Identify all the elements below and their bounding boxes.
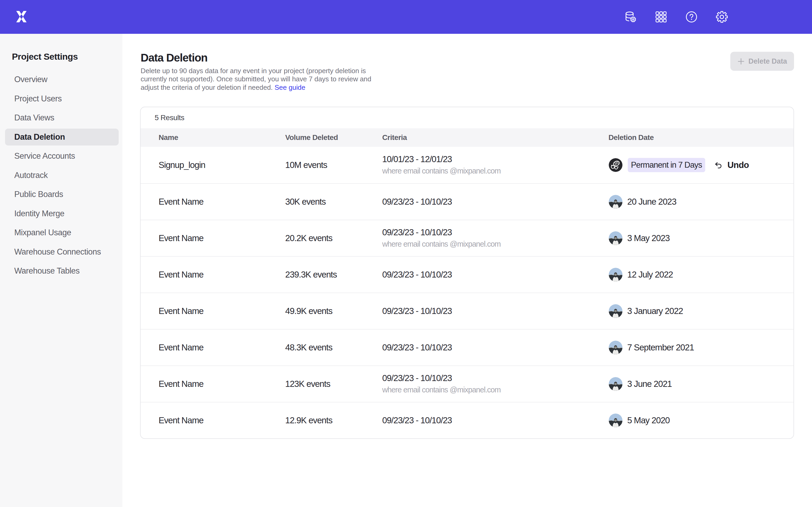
mixpanel-logo[interactable] [15, 11, 28, 23]
apps-grid-icon[interactable] [655, 11, 667, 23]
cell-event-name: Event Name [159, 257, 204, 293]
database-gear-icon[interactable] [624, 11, 637, 23]
criteria-filter: where email contains @mixpanel.com [382, 165, 501, 177]
user-avatar [609, 341, 622, 354]
user-avatar [609, 231, 622, 245]
criteria-date-range: 09/23/23 - 10/10/23 [382, 342, 452, 353]
deletion-date-text: 5 May 2020 [627, 415, 669, 426]
column-header-criteria: Criteria [382, 128, 407, 147]
user-avatar [609, 304, 622, 318]
cell-volume-deleted: 48.3K events [285, 330, 332, 365]
criteria-date-range: 09/23/23 - 10/10/23 [382, 372, 501, 384]
user-avatar [609, 195, 622, 209]
cell-volume-deleted: 12.9K events [285, 402, 332, 438]
undo-label: Undo [727, 160, 749, 170]
sidebar-title: Project Settings [12, 52, 78, 62]
cell-event-name: Event Name [159, 330, 204, 365]
results-count: 5 Results [155, 107, 184, 128]
cell-deletion-date: 5 May 2020 [609, 402, 669, 438]
table-row[interactable]: Signup_login 10M events 10/01/23 - 12/01… [141, 147, 794, 183]
cell-criteria: 09/23/23 - 10/10/23 [382, 257, 452, 293]
criteria-filter: where email contains @mixpanel.com [382, 238, 501, 250]
settings-icon[interactable] [716, 11, 728, 23]
cell-criteria: 09/23/23 - 10/10/23 [382, 184, 452, 220]
sidebar-item-mixpanel-usage[interactable]: Mixpanel Usage [5, 224, 119, 241]
table-row[interactable]: Event Name 239.3K events 09/23/23 - 10/1… [141, 256, 794, 293]
description-line: adjust the criteria of your deletion if … [141, 83, 274, 91]
cell-criteria: 09/23/23 - 10/10/23 where email contains… [382, 366, 501, 402]
cell-event-name: Event Name [159, 366, 204, 402]
table-row[interactable]: Event Name 123K events 09/23/23 - 10/10/… [141, 365, 794, 402]
cell-deletion-date: 20 June 2023 [609, 184, 676, 220]
criteria-date-range: 09/23/23 - 10/10/23 [382, 227, 501, 238]
page-title: Data Deletion [141, 52, 207, 64]
column-header-deletion-date: Deletion Date [608, 128, 654, 147]
sidebar-item-autotrack[interactable]: Autotrack [5, 167, 119, 184]
user-avatar [609, 377, 622, 391]
deletion-date-text: 7 September 2021 [627, 342, 694, 352]
cell-criteria: 09/23/23 - 10/10/23 [382, 402, 452, 438]
column-header-name: Name [159, 128, 178, 147]
table-body: Signup_login 10M events 10/01/23 - 12/01… [141, 147, 794, 438]
cell-criteria: 09/23/23 - 10/10/23 [382, 293, 452, 329]
criteria-date-range: 09/23/23 - 10/10/23 [382, 414, 452, 426]
deletion-date-text: 3 June 2021 [627, 379, 672, 389]
cell-volume-deleted: 239.3K events [285, 257, 337, 293]
cell-volume-deleted: 49.9K events [285, 293, 332, 329]
plus-icon [738, 58, 745, 65]
results-bar: 5 Results [141, 107, 794, 128]
permanent-badge: Permanent in 7 Days [628, 158, 705, 172]
table-row[interactable]: Event Name 49.9K events 09/23/23 - 10/10… [141, 293, 794, 329]
cell-event-name: Event Name [159, 402, 204, 438]
cell-deletion-date: 12 July 2022 [609, 257, 673, 293]
sidebar-item-public-boards[interactable]: Public Boards [5, 186, 119, 203]
delete-data-button[interactable]: Delete Data [730, 52, 794, 71]
sidebar-item-warehouse-connections[interactable]: Warehouse Connections [5, 243, 119, 260]
table-row[interactable]: Event Name 30K events 09/23/23 - 10/10/2… [141, 183, 794, 220]
criteria-date-range: 09/23/23 - 10/10/23 [382, 196, 452, 208]
cell-volume-deleted: 123K events [285, 366, 330, 402]
undo-button[interactable]: Undo [714, 147, 749, 183]
main-content: Data Deletion Delete up to 90 days data … [122, 34, 812, 507]
criteria-date-range: 09/23/23 - 10/10/23 [382, 305, 452, 317]
cell-criteria: 09/23/23 - 10/10/23 [382, 330, 452, 365]
cell-event-name: Event Name [159, 184, 204, 220]
cell-event-name: Event Name [159, 293, 204, 329]
cell-volume-deleted: 30K events [285, 184, 326, 220]
table-row[interactable]: Event Name 12.9K events 09/23/23 - 10/10… [141, 402, 794, 438]
cell-volume-deleted: 10M events [285, 147, 327, 183]
undo-icon [714, 161, 722, 169]
cell-criteria: 10/01/23 - 12/01/23 where email contains… [382, 147, 501, 183]
table-row[interactable]: Event Name 48.3K events 09/23/23 - 10/10… [141, 329, 794, 365]
cell-criteria: 09/23/23 - 10/10/23 where email contains… [382, 220, 501, 256]
description-line: currently not supported). Once submitted… [141, 75, 371, 83]
sidebar-item-project-users[interactable]: Project Users [5, 90, 119, 107]
sidebar-item-warehouse-tables[interactable]: Warehouse Tables [5, 263, 119, 279]
column-header-volume: Volume Deleted [285, 128, 338, 147]
cell-deletion-date: 3 May 2023 [609, 220, 669, 256]
criteria-date-range: 09/23/23 - 10/10/23 [382, 269, 452, 280]
cell-deletion-date: 3 January 2022 [609, 293, 683, 329]
criteria-date-range: 10/01/23 - 12/01/23 [382, 154, 501, 165]
sidebar-item-overview[interactable]: Overview [5, 71, 119, 88]
table-row[interactable]: Event Name 20.2K events 09/23/23 - 10/10… [141, 220, 794, 256]
deletion-date-text: 12 July 2022 [627, 270, 673, 280]
deletion-table-card: 5 Results Name Volume Deleted Criteria D… [140, 107, 794, 439]
sidebar-item-data-views[interactable]: Data Views [5, 109, 119, 126]
description-line: Delete up to 90 days data for any event … [141, 67, 366, 75]
help-icon[interactable] [686, 11, 698, 23]
deletion-date-text: 3 January 2022 [627, 306, 683, 316]
cell-event-name: Signup_login [159, 147, 205, 183]
page-description: Delete up to 90 days data for any event … [141, 67, 371, 92]
deletion-date-text: 3 May 2023 [627, 233, 669, 243]
sidebar-item-identity-merge[interactable]: Identity Merge [5, 205, 119, 222]
cell-deletion-date: Permanent in 7 Days [609, 147, 705, 183]
cell-deletion-date: 7 September 2021 [609, 330, 694, 365]
delete-data-label: Delete Data [749, 57, 787, 65]
project-avatar [609, 158, 622, 172]
sidebar: Project Settings OverviewProject UsersDa… [0, 34, 122, 507]
see-guide-link[interactable]: See guide [274, 83, 305, 91]
sidebar-item-data-deletion[interactable]: Data Deletion [5, 129, 119, 146]
deletion-date-text: 20 June 2023 [627, 197, 676, 207]
sidebar-item-service-accounts[interactable]: Service Accounts [5, 148, 119, 165]
